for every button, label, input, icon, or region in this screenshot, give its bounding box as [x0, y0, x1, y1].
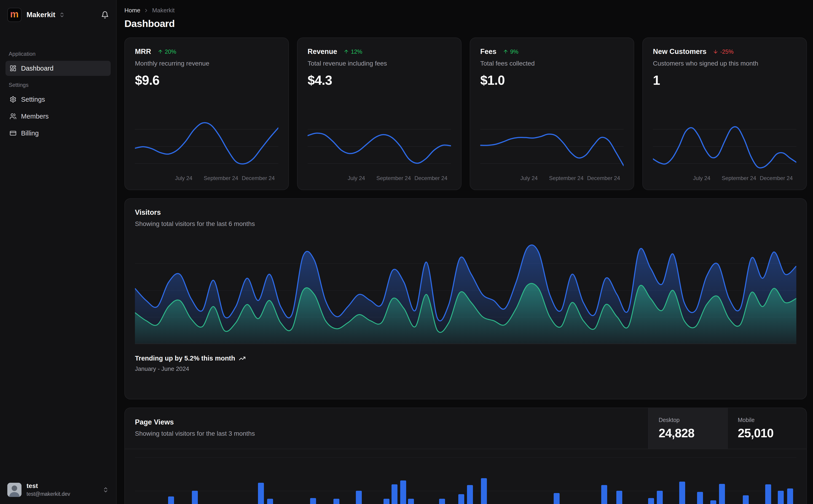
gear-icon [10, 96, 16, 103]
x-axis-tick-label: September 24 [549, 175, 583, 181]
x-axis-tick-label: September 24 [376, 175, 411, 181]
layout-dashboard-icon [10, 65, 16, 72]
notifications-bell-button[interactable] [101, 11, 109, 19]
toggle-value: 25,010 [738, 426, 796, 440]
page-views-toggle-desktop[interactable]: Desktop 24,828 [648, 408, 727, 449]
main-content: Home Makerkit Dashboard MRR 20% Monthly … [117, 0, 813, 504]
visitors-date-range: January - June 2024 [135, 365, 796, 372]
user-menu[interactable]: test test@makerkit.dev [5, 477, 111, 504]
stat-sparkline-chart: July 24September 24December 24 [653, 118, 796, 185]
sidebar-item-members[interactable]: Members [5, 109, 111, 124]
user-meta: test test@makerkit.dev [27, 482, 70, 497]
sparkline-x-axis: July 24September 24December 24 [135, 175, 278, 185]
sparkline-x-axis: July 24September 24December 24 [653, 175, 796, 185]
page-views-bar [408, 499, 414, 504]
x-axis-tick-label: July 24 [348, 175, 365, 181]
page-views-toggle-mobile[interactable]: Mobile 25,010 [727, 408, 806, 449]
stat-value: $4.3 [308, 73, 451, 88]
stat-title: New Customers [653, 48, 707, 56]
page-views-bar [679, 482, 685, 504]
page-views-bar [554, 493, 559, 504]
bell-icon [101, 11, 109, 19]
chevron-right-icon [143, 8, 149, 13]
sidebar-spacer [5, 143, 111, 477]
stat-trend-value: 20% [165, 48, 176, 55]
workspace-selector[interactable]: Makerkit [27, 11, 65, 19]
avatar-silhouette-icon [7, 483, 21, 497]
gridline [135, 457, 796, 458]
stat-title: Revenue [308, 48, 337, 56]
sidebar: m Makerkit Application DashboardSettings… [0, 0, 117, 504]
visitors-area-svg [135, 237, 796, 344]
makerkit-logo-glyph: m [10, 9, 19, 19]
x-axis-tick-label: July 24 [175, 175, 192, 181]
stat-subtitle: Total revenue including fees [308, 60, 451, 67]
x-axis-tick-label: December 24 [587, 175, 620, 181]
sparkline-svg [135, 118, 278, 173]
credit-card-icon [10, 130, 16, 137]
stat-trend-badge: 12% [344, 48, 362, 55]
trending-up-icon [239, 355, 246, 362]
stat-cards-row: MRR 20% Monthly recurring revenue $9.6 J… [124, 37, 807, 190]
page-views-card: Page Views Showing total visitors for th… [124, 408, 807, 504]
x-axis-tick-label: December 24 [242, 175, 275, 181]
chevron-right-icon [143, 8, 149, 13]
stat-trend-value: 9% [510, 48, 518, 55]
user-avatar [7, 483, 21, 497]
page-views-bar [439, 499, 445, 504]
x-axis-tick-label: September 24 [204, 175, 238, 181]
stat-sparkline-chart: July 24September 24December 24 [480, 118, 624, 185]
sparkline-x-axis: July 24September 24December 24 [480, 175, 624, 185]
user-email: test@makerkit.dev [27, 491, 70, 497]
page-views-bar [467, 485, 473, 504]
stat-card-fees: Fees 9% Total fees collected $1.0 July 2… [470, 37, 634, 190]
stat-trend-badge: 9% [503, 48, 518, 55]
page-views-bar [743, 495, 749, 504]
sparkline-x-axis: July 24September 24December 24 [308, 175, 451, 185]
toggle-label: Mobile [738, 417, 796, 423]
breadcrumb-current: Makerkit [152, 7, 174, 14]
toggle-value: 24,828 [659, 426, 717, 440]
stat-value: $1.0 [480, 73, 624, 88]
page-views-bar [192, 491, 198, 504]
sidebar-section-label: Settings [9, 82, 107, 88]
visitors-footer: Trending up by 5.2% this month January -… [135, 355, 796, 372]
breadcrumb-home-link[interactable]: Home [124, 7, 140, 14]
sidebar-item-billing[interactable]: Billing [5, 126, 111, 141]
page-views-bar [267, 499, 273, 504]
page-views-bar [648, 498, 654, 504]
sidebar-item-settings[interactable]: Settings [5, 92, 111, 107]
stat-trend-badge: -25% [713, 48, 733, 55]
trending-up-icon [239, 355, 246, 362]
x-axis-tick-label: December 24 [414, 175, 447, 181]
page-views-bar [697, 492, 703, 504]
page-views-bar [384, 499, 389, 504]
stat-trend-badge: 20% [157, 48, 176, 55]
stat-trend-value: -25% [720, 48, 733, 55]
stat-card-mrr: MRR 20% Monthly recurring revenue $9.6 J… [124, 37, 289, 190]
page-views-bar [616, 491, 622, 504]
chevrons-up-down-icon [59, 12, 65, 18]
page-views-bar [710, 500, 716, 504]
page-views-bar [458, 494, 464, 504]
x-axis-tick-label: July 24 [520, 175, 538, 181]
chevrons-up-down-icon [59, 12, 65, 18]
toggle-label: Desktop [659, 417, 717, 423]
arrow-up-icon [503, 49, 508, 54]
page-views-bar [481, 478, 487, 504]
sidebar-item-label: Dashboard [21, 65, 53, 72]
workspace-name: Makerkit [27, 11, 55, 19]
page-views-bar [601, 485, 607, 504]
page-views-bar [719, 484, 725, 504]
sidebar-section-label: Application [9, 51, 107, 57]
page-views-subtitle: Showing total visitors for the last 3 mo… [135, 430, 638, 437]
page-views-title: Page Views [135, 418, 638, 426]
stat-value: $9.6 [135, 73, 278, 88]
sidebar-item-label: Billing [21, 130, 39, 137]
chevrons-up-down-icon [102, 487, 109, 493]
arrow-down-icon [713, 49, 718, 54]
stat-subtitle: Monthly recurring revenue [135, 60, 278, 67]
sidebar-item-dashboard[interactable]: Dashboard [5, 61, 111, 76]
stat-title: Fees [480, 48, 496, 56]
visitors-subtitle: Showing total visitors for the last 6 mo… [135, 220, 796, 228]
